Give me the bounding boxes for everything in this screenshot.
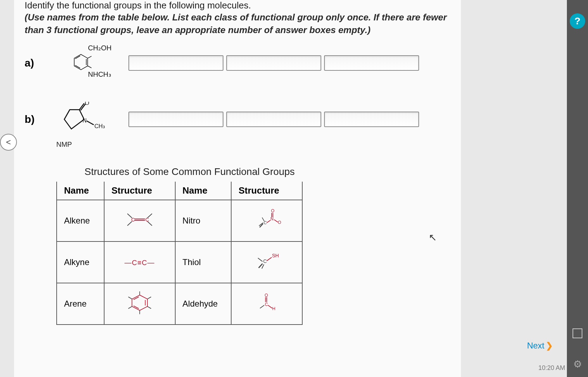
cursor-icon: ↖ [429,232,437,243]
svg-line-5 [88,66,91,68]
part-a-row: a) CH₂OH NHCH₃ [25,40,450,86]
nitro-name: Nitro [175,200,231,241]
svg-line-23 [267,220,271,223]
aldehyde-name: Aldehyde [175,283,231,325]
nitro-structure: C N O O [231,200,302,241]
next-label: Next [527,341,544,351]
svg-marker-0 [74,54,88,70]
svg-line-32 [259,264,263,268]
functional-groups-table-section: Structures of Some Common Functional Gro… [56,166,450,325]
svg-line-10 [87,121,94,125]
alkene-structure: C C [104,200,175,241]
alkyne-structure: —C≡C— [104,241,175,283]
prev-button[interactable]: < [0,134,17,151]
svg-text:C: C [265,302,268,307]
arene-icon [122,290,157,315]
help-button[interactable]: ? [570,13,585,29]
ch3-label: CH₃ [94,122,105,129]
alkene-icon: C C [122,207,157,232]
right-sidebar: ? ⚙ [567,0,588,377]
nitro-icon: C N O O [249,207,284,232]
svg-line-38 [133,297,139,300]
nhch3-label: NHCH₃ [88,70,111,78]
part-a-input-1[interactable] [128,55,223,71]
thiol-name: Thiol [175,241,231,283]
svg-line-22 [262,218,264,221]
aldehyde-icon: C O H [249,290,284,315]
svg-line-28 [274,220,278,222]
svg-line-15 [127,214,132,218]
header-name-1: Name [57,182,104,200]
nmp-structure-icon: O N CH₃ [56,102,106,137]
table-title: Structures of Some Common Functional Gro… [84,166,450,177]
part-b-row: b) O N CH₃ [25,96,450,142]
svg-line-4 [88,56,91,58]
clock-time: 10:20 AM [538,364,565,372]
svg-text:C: C [263,258,267,264]
svg-line-34 [267,257,272,261]
part-a-input-3[interactable] [324,55,419,71]
settings-button[interactable]: ⚙ [573,358,582,370]
arene-structure [104,283,175,325]
chevron-right-icon: ❯ [546,341,553,351]
svg-line-45 [128,306,132,308]
table-row: Arene [57,283,302,325]
oxygen-label: O [85,102,89,106]
svg-line-39 [133,306,139,309]
alkene-name: Alkene [57,200,104,241]
svg-line-33 [262,264,264,269]
svg-line-42 [147,297,151,299]
part-b-input-3[interactable] [324,112,419,127]
svg-text:O: O [271,208,274,213]
molecule-b: O N CH₃ [44,96,118,142]
part-b-label: b) [25,113,44,125]
svg-line-18 [147,221,152,226]
svg-line-43 [147,306,151,308]
svg-line-44 [128,297,132,299]
part-a-input-2[interactable] [226,55,321,71]
part-a-label: a) [25,57,44,69]
svg-line-50 [260,305,264,308]
part-a-answers [128,55,419,71]
table-row: Alkene C C Nitro [57,200,302,241]
header-structure-1: Structure [104,182,175,200]
part-b-answers [128,112,419,127]
svg-marker-6 [64,110,84,129]
aldehyde-structure: C O H [231,283,302,325]
question-instruction: (Use names from the table below. List ea… [25,11,450,37]
ch2oh-label: CH₂OH [88,44,112,52]
alkyne-name: Alkyne [57,241,104,283]
part-b-input-1[interactable] [128,112,223,127]
svg-line-16 [127,221,132,226]
svg-text:SH: SH [272,253,279,258]
thiol-structure: C SH [231,241,302,283]
table-header-row: Name Structure Name Structure [57,182,302,200]
svg-text:O: O [265,293,268,297]
table-row: Alkyne —C≡C— Thiol C SH [57,241,302,283]
svg-line-51 [268,305,272,308]
alkyne-icon: —C≡C— [125,259,155,266]
svg-text:O: O [278,220,282,225]
arene-name: Arene [57,283,104,325]
help-icon: ? [574,15,580,27]
svg-text:C: C [145,217,149,222]
chevron-left-icon: < [6,137,11,147]
svg-text:N: N [83,117,87,124]
question-title: Identify the functional groups in the fo… [25,0,450,11]
svg-line-17 [147,214,152,218]
svg-text:H: H [272,306,276,311]
next-button[interactable]: Next ❯ [527,341,553,351]
molecule-a: CH₂OH NHCH₃ [44,40,118,86]
main-content: Identify the functional groups in the fo… [14,0,461,377]
thiol-icon: C SH [249,249,284,274]
header-structure-2: Structure [231,182,302,200]
functional-groups-table: Name Structure Name Structure Alkene C C [56,182,303,325]
header-name-2: Name [175,182,231,200]
part-b-input-2[interactable] [226,112,321,127]
expand-button[interactable] [573,328,582,338]
svg-line-31 [258,258,263,262]
